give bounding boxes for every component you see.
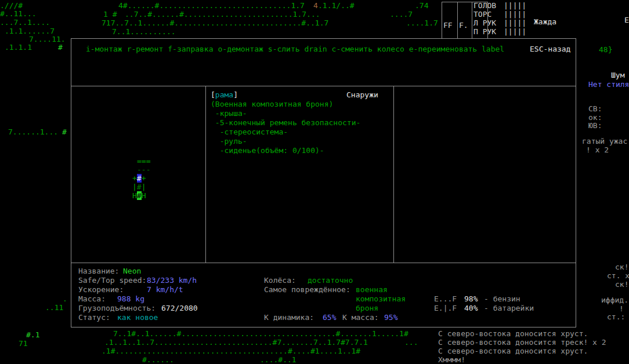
vehicle-art-char: --- [137, 165, 150, 174]
vehicle-art-row: +#+ [132, 174, 146, 183]
vehicle-art-char: H [132, 191, 137, 200]
cargo-label: Грузоподъёмность: [78, 304, 156, 312]
fuel-percent: 98% [464, 294, 478, 303]
wheels-value: достаточно [308, 276, 353, 285]
fuel-gauge: E...F [434, 294, 457, 303]
menu-item-e[interactable]: e-переименовать label [409, 45, 504, 53]
vehicle-art-char: === [137, 156, 150, 165]
vehicle-art-row: |#| [132, 183, 146, 191]
vehicle-art-char: # [137, 183, 142, 191]
cargo-value: 672/2080 [161, 304, 198, 312]
menu-item-s[interactable]: s-слить drain [268, 45, 327, 53]
dialog-content-layer: i-монтажr-ремонтf-заправкаo-демонтажs-сл… [0, 0, 629, 364]
game-screen: .///##..11......7..1.....1.1......77....… [0, 0, 629, 364]
selected-part-name: рама [215, 90, 233, 99]
acceleration-value: 7 km/h/t [147, 285, 183, 294]
vehicle-cursor[interactable]: # [137, 174, 142, 183]
vehicle-part-entry: -крыша- [211, 109, 360, 118]
vehicle-art-char: H [142, 191, 146, 200]
vehicle-part-entry: -руль- [211, 137, 360, 146]
bracket: ] [233, 90, 238, 99]
acceleration-label: Ускорение: [78, 285, 124, 294]
mass-label: Масса: [78, 294, 106, 303]
most-damaged-value: военная [356, 285, 388, 294]
vehicle-art-row: H#H [132, 191, 146, 200]
menu-item-o[interactable]: o-демонтаж [218, 45, 263, 53]
k-mass-label: К масса: [342, 313, 379, 322]
vehicle-part-entry: -сиденье(объём: 0/100)- [211, 146, 360, 155]
parts-list: (Военная композитная броня) -крыша- -5-к… [211, 100, 360, 155]
vehicle-art-char: + [142, 174, 146, 183]
fuel-percent: 40% [464, 304, 478, 312]
esc-back-button[interactable]: ESC-назад [530, 45, 570, 53]
vehicle-art-char: | [142, 183, 146, 191]
fuel-gauge: E.|.F [434, 304, 457, 312]
most-damaged-label: Самое повреждённое: [264, 285, 350, 294]
action-menu: i-монтажr-ремонтf-заправкаo-демонтажs-сл… [86, 45, 504, 53]
menu-item-f[interactable]: f-заправка [168, 45, 213, 53]
k-mass-value: 95% [384, 313, 397, 322]
k-dynamics-value: 65% [323, 313, 336, 322]
selected-part-header: [рама] [211, 90, 238, 99]
vehicle-art-row: --- [137, 165, 150, 174]
speed-label: Safe/Top speed: [78, 276, 146, 285]
wheels-label: Колёса: [264, 276, 296, 285]
vehicle-art-char: # [137, 191, 142, 200]
menu-item-r[interactable]: r-ремонт [127, 45, 164, 53]
bracket: [ [211, 90, 215, 99]
vehicle-part-entry: -стереосистема- [211, 128, 360, 137]
menu-item-c[interactable]: c-сменить колесо [332, 45, 404, 53]
vehicle-art-char: | [132, 183, 137, 191]
vehicle-art-row: === [137, 156, 150, 165]
status-label: Статус: [78, 313, 110, 322]
vehicle-name-label: Название: [78, 267, 119, 275]
most-damaged-value: композитная [356, 294, 406, 303]
vehicle-part-entry: -5-конечный ремень безопасности- [211, 118, 360, 128]
fuel-name: - бензин [484, 294, 520, 303]
most-damaged-value: броня [356, 304, 378, 312]
speed-value: 83/233 km/h [147, 276, 197, 285]
part-location-label: Снаружи [346, 90, 378, 99]
k-dynamics-label: К динамика: [264, 313, 314, 322]
status-value: как новое [117, 313, 158, 322]
vehicle-part-entry: (Военная композитная броня) [211, 100, 360, 109]
mass-value: 988 kg [117, 294, 144, 303]
vehicle-art-char: + [132, 174, 137, 183]
menu-item-i[interactable]: i-монтаж [86, 45, 122, 53]
vehicle-name-value: Neon [123, 267, 141, 275]
fuel-name: - батарейки [484, 304, 534, 312]
